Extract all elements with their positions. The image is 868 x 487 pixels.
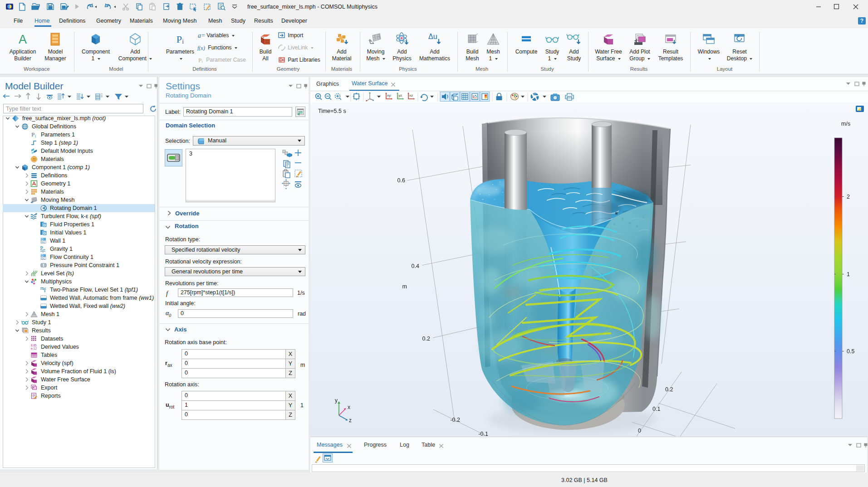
svg-text:DC: DC <box>41 257 45 260</box>
svg-text:D: D <box>40 245 43 249</box>
svg-text:y: y <box>335 397 338 404</box>
svg-text:xz: xz <box>409 93 413 97</box>
svg-text:f(x): f(x) <box>197 45 205 51</box>
svg-text:D: D <box>41 238 44 241</box>
svg-text:m/s: m/s <box>841 121 850 127</box>
svg-text:0.2: 0.2 <box>665 386 673 393</box>
svg-text:a=: a= <box>198 32 205 39</box>
svg-text:D: D <box>41 254 44 257</box>
svg-text:m: m <box>402 283 407 290</box>
svg-text:x: x <box>348 404 350 410</box>
svg-text:D: D <box>44 231 46 235</box>
svg-text:Δu: Δu <box>428 33 437 40</box>
svg-text:0.1: 0.1 <box>652 406 660 412</box>
svg-text:yz: yz <box>398 93 402 97</box>
svg-text:A: A <box>19 33 27 46</box>
svg-text:0.6: 0.6 <box>397 177 405 184</box>
svg-text:0.4: 0.4 <box>412 263 419 269</box>
svg-text:0.2: 0.2 <box>422 336 430 342</box>
svg-text:D: D <box>44 223 46 227</box>
svg-text:Time=5.5 s: Time=5.5 s <box>318 108 346 114</box>
svg-text:Pi: Pi <box>198 57 203 63</box>
svg-text:i: i <box>35 134 36 138</box>
svg-text:2: 2 <box>847 194 850 200</box>
svg-text:DC: DC <box>41 241 45 244</box>
svg-text:0: 0 <box>638 428 641 434</box>
svg-text:e-12: e-12 <box>31 347 37 350</box>
svg-text:-0.1: -0.1 <box>478 431 488 436</box>
svg-text:xy: xy <box>387 93 391 97</box>
svg-text:Pi: Pi <box>177 34 184 45</box>
svg-text:0.5: 0.5 <box>847 348 854 355</box>
svg-text:1: 1 <box>847 271 850 278</box>
svg-text:z: z <box>349 417 352 424</box>
svg-text:P: P <box>31 131 34 138</box>
svg-text:8.85: 8.85 <box>31 344 37 347</box>
svg-text:-0.2: -0.2 <box>450 417 460 423</box>
